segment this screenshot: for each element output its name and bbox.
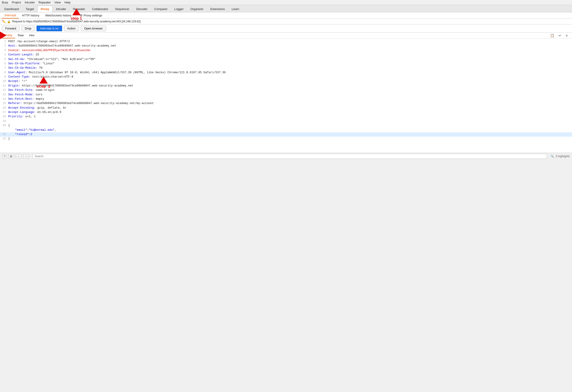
tab-target[interactable]: Target [22,6,37,12]
tab-comparer[interactable]: Comparer [151,6,171,12]
proxy-settings-label: Proxy settings [83,14,102,17]
code-line-3: 3 Cookie: session=e5mLlKGfPPZPyarhk3CJRi… [0,48,572,53]
subtab-intercept[interactable]: Intercept [2,12,19,18]
tab-sequencer[interactable]: Sequencer [111,6,133,12]
main-tab-bar: Dashboard Target Proxy Intruder Repeater… [0,5,572,12]
code-tab-bar: Pretty Raw Hex 📋 ↵ ≡ [0,33,572,39]
gear-icon: ⚙ [80,14,83,17]
code-line-8: 8 User-Agent: Mozilla/5.0 (Windows NT 10… [0,71,572,75]
back-button[interactable]: ← [16,154,21,159]
code-line-10: 10 Accept: */* [0,79,572,83]
sub-tab-bar: Intercept HTTP history WebSockets histor… [0,12,572,19]
forward-nav-button[interactable]: → [23,154,29,159]
code-line-18: 18 Priority: u=1, i [0,114,572,119]
code-line-16: 16 Accept-Encoding: gzip, deflate, br [0,106,572,110]
highlights-count: 0 highlights [556,155,570,158]
code-line-19: 19 [0,119,572,124]
intercept-on-button[interactable]: Intercept is on [36,26,62,31]
code-line-14: 14 Sec-Fetch-Dest: empty [0,97,572,101]
code-line-9: 9 Content-Type: text/plain;charset=UTF-8 [0,75,572,79]
request-url: Request to https://0a9500990417806983ed7… [12,20,141,23]
subtab-http-history[interactable]: HTTP history [19,13,42,18]
wrap-icon[interactable]: ↵ [557,33,563,38]
menu-project[interactable]: Project [12,1,21,4]
code-editor[interactable]: step 2 1 POST /my-account/change-email H… [0,39,572,153]
tab-organizer[interactable]: Organizer [187,6,207,12]
copy-icon[interactable]: 📋 [549,33,556,38]
tab-decoder[interactable]: Decoder [133,6,151,12]
menu-bar: Burp Project Intruder Repeater View Help [0,0,572,5]
tab-repeater[interactable]: Repeater [70,6,89,12]
tab-collaborator[interactable]: Collaborator [89,6,111,12]
code-line-6: 6 Sec-Ch-Ua-Platform: "Linux" [0,62,572,66]
code-tab-pretty[interactable]: Pretty [2,33,15,38]
code-line-1: 1 POST /my-account/change-email HTTP/2 [0,39,572,44]
edit-icon: ✏️ [2,20,6,23]
action-button[interactable]: Action [64,26,79,31]
code-line-4: 4 Content-Length: 25 [0,53,572,57]
code-line-11: 11 Origin: https://0a9500990417806983ed7… [0,84,572,88]
tab-learn[interactable]: Learn [228,6,243,12]
tab-divider: | [75,14,77,17]
code-line-13: 13 Sec-Fetch-Mode: cors [0,93,572,97]
tab-proxy[interactable]: Proxy [37,6,52,12]
menu-icon[interactable]: ≡ [564,33,569,38]
menu-intruder[interactable]: Intruder [25,1,35,4]
settings-icon-button[interactable]: ⚙ [8,154,14,159]
menu-help[interactable]: Help [64,1,71,4]
code-line-12: 12 Sec-Fetch-Site: same-origin [0,88,572,93]
toolbar: step 1 Forward Drop Intercept is on Acti… [0,24,572,33]
code-line-7: 7 Sec-Ch-Ua-Mobile: ?0 [0,66,572,70]
menu-burp[interactable]: Burp [2,1,8,4]
lock-icon: 🔒 [7,20,11,23]
help-icon-button[interactable]: ? [2,154,7,159]
code-line-21: 21 "roleid":2 [0,132,572,137]
menu-repeater[interactable]: Repeater [39,1,51,4]
code-line-20b: "email":"hi@normal.edu", [0,128,572,132]
code-tab-raw[interactable]: Raw [15,33,27,38]
search-icon: 🔍 [551,155,554,158]
request-bar: ✏️ 🔒 Request to https://0a95009904178069… [0,19,572,24]
proxy-settings-button[interactable]: ⚙ Proxy settings [78,13,105,18]
tab-logger[interactable]: Logger [171,6,187,12]
menu-view[interactable]: View [54,1,61,4]
subtab-websockets-history[interactable]: WebSockets history [42,13,74,18]
code-line-22: 22 } [0,137,572,141]
code-line-20: 20 { [0,124,572,128]
tab-dashboard[interactable]: Dashboard [1,6,22,12]
forward-button[interactable]: Forward [2,26,20,31]
code-line-2: 2 Host: 0a9500990417806983ed74ce00b60047… [0,44,572,48]
search-input[interactable] [33,154,547,159]
content-area: step 1 Forward Drop Intercept is on Acti… [0,24,572,153]
code-line-5: 5 Sec-Ch-Ua: "Chromium";v="121", "Not A(… [0,57,572,62]
tab-intruder[interactable]: Intruder [52,6,70,12]
drop-button[interactable]: Drop [21,26,35,31]
code-tab-hex[interactable]: Hex [27,33,37,38]
tab-extensions[interactable]: Extensions [207,6,228,12]
code-line-17: 17 Accept-Language: en-US,en;q=0.9 [0,110,572,114]
code-line-15: 15 Referer: https://0a9500990417806983ed… [0,101,572,106]
status-bar: ? ⚙ ← → 🔍 0 highlights [0,153,572,160]
open-browser-button[interactable]: Open browser [81,26,106,31]
